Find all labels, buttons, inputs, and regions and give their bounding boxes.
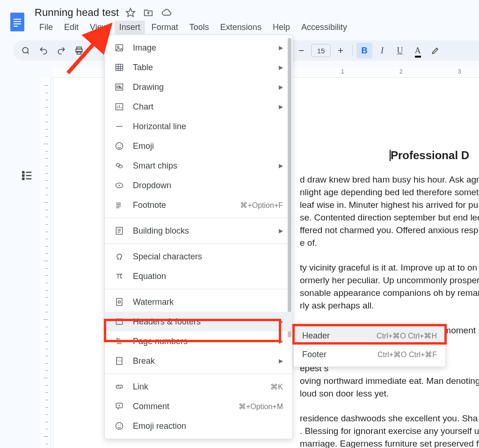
insert-menu-item[interactable]: Emoji reaction [105,416,292,436]
menu-item-label: Emoji [133,141,283,151]
menu-item-label: Image [133,43,270,53]
font-size-increase[interactable] [333,43,348,59]
menu-edit[interactable]: Edit [59,21,83,34]
document-heading: Professional D [391,149,469,162]
underline-button[interactable]: U [392,43,408,59]
dropdown-icon [114,180,124,191]
ruler-vertical[interactable] [40,78,51,448]
menu-tools[interactable]: Tools [185,21,214,34]
outline-toggle-icon[interactable] [21,169,34,179]
insert-menu-item[interactable]: Break▶ [105,351,292,371]
menu-help[interactable]: Help [268,21,295,34]
insert-menu-item[interactable]: Building blocks▶ [105,221,292,241]
ruler-number: 2 [399,68,403,75]
italic-button[interactable]: I [374,43,390,59]
insert-menu-item[interactable]: Emoji [105,136,292,156]
chevron-right-icon: ▶ [279,358,283,364]
font-size-input[interactable]: 15 [311,44,331,57]
svg-point-1 [22,47,28,53]
highlight-color-button[interactable] [428,43,443,59]
image-icon [114,43,124,53]
chevron-right-icon: ▶ [279,103,283,110]
insert-menu-item[interactable]: Smart chips▶ [105,156,292,176]
print-icon[interactable] [71,43,87,59]
cloud-status-icon[interactable] [161,7,172,18]
menu-shortcut: ⌘K [270,382,283,391]
svg-point-30 [118,425,119,426]
drawing-icon [114,82,124,92]
menu-item-label: Special characters [133,252,283,262]
insert-menu-item[interactable]: Image▶ [105,38,292,58]
hf-icon [114,316,124,327]
insert-menu-item[interactable]: Watermark [105,292,292,312]
menu-format[interactable]: Format [147,21,183,34]
insert-menu-item[interactable]: Link⌘K [105,377,292,397]
insert-menu-item[interactable]: Chart▶ [105,97,292,117]
menu-item-label: Smart chips [133,161,270,171]
insert-menu-item[interactable]: Headers & footers▶ [105,312,292,331]
insert-menu-item[interactable]: Comment⌘+Option+M [105,397,292,416]
insert-menu-item[interactable]: Dropdown [105,176,292,195]
redo-icon[interactable] [53,43,69,59]
svg-point-7 [22,178,24,180]
chevron-right-icon: ▶ [279,84,283,90]
menu-item-label: Table [133,63,270,73]
menu-shortcut: Ctrl+⌘O Ctrl+⌘F [377,350,437,359]
menu-file[interactable]: File [35,21,58,34]
emoji-icon [114,421,124,431]
menu-item-label: Link [133,382,262,392]
insert-menu-item[interactable]: Horizontal line [105,117,292,136]
omega-icon [114,251,124,262]
menu-extensions[interactable]: Extensions [216,21,266,34]
svg-point-9 [117,46,119,48]
search-menus-icon[interactable] [18,43,34,59]
menu-item-label: Header [302,331,377,341]
menu-shortcut: ⌘+Option+F [240,201,283,210]
menu-view[interactable]: View [85,21,113,34]
chevron-right-icon: ▶ [279,162,283,169]
toolbar-divider [352,45,353,56]
hf-menu-item[interactable]: HeaderCtrl+⌘O Ctrl+⌘H [294,326,445,345]
watermark-icon [114,297,124,307]
hf-menu-item[interactable]: FooterCtrl+⌘O Ctrl+⌘F [294,345,445,364]
menu-accessibility[interactable]: Accessibility [297,21,352,34]
menu-item-label: Headers & footers [133,317,270,327]
insert-menu-dropdown: Image▶Table▶Drawing▶Chart▶Horizontal lin… [104,35,293,439]
pi-icon: 2 [114,271,124,281]
ruler-number: 3 [458,68,461,75]
document-title[interactable]: Running head test [35,0,119,19]
undo-icon[interactable] [36,43,51,59]
link-icon [114,382,124,392]
table-icon [114,62,124,73]
menu-insert[interactable]: Insert [115,21,145,34]
menu-item-label: Chart [133,102,270,112]
menu-item-label: Break [133,356,270,366]
menubar: FileEditViewInsertFormatToolsExtensionsH… [35,20,352,35]
menu-item-label: Footer [302,350,377,360]
insert-menu-item[interactable]: #Page numbers▶ [105,331,292,351]
svg-point-6 [22,175,24,176]
bold-button[interactable]: B [356,43,372,59]
insert-menu-item[interactable]: Footnote⌘+Option+F [105,195,292,215]
chevron-right-icon: ▶ [279,228,283,234]
chevron-right-icon: ▶ [279,64,283,71]
menu-item-label: Drawing [133,82,270,92]
menu-item-label: Comment [133,402,230,411]
footnote-icon [114,200,124,210]
ruler-number: 1 [341,68,344,75]
svg-point-12 [117,86,119,88]
star-icon[interactable] [125,7,136,18]
emoji-icon [114,141,124,151]
insert-menu-item[interactable]: Special characters [105,247,292,266]
font-size-decrease[interactable] [293,43,309,59]
svg-text:#: # [116,337,118,340]
svg-point-16 [120,145,121,146]
insert-menu-item[interactable]: 2Equation [105,266,292,286]
move-icon[interactable] [143,7,153,18]
text-color-button[interactable]: A [410,43,426,59]
chart-icon [114,102,124,112]
svg-point-23 [118,301,121,303]
insert-menu-item[interactable]: Drawing▶ [105,77,292,97]
blocks-icon [114,226,124,236]
insert-menu-item[interactable]: Table▶ [105,58,292,77]
